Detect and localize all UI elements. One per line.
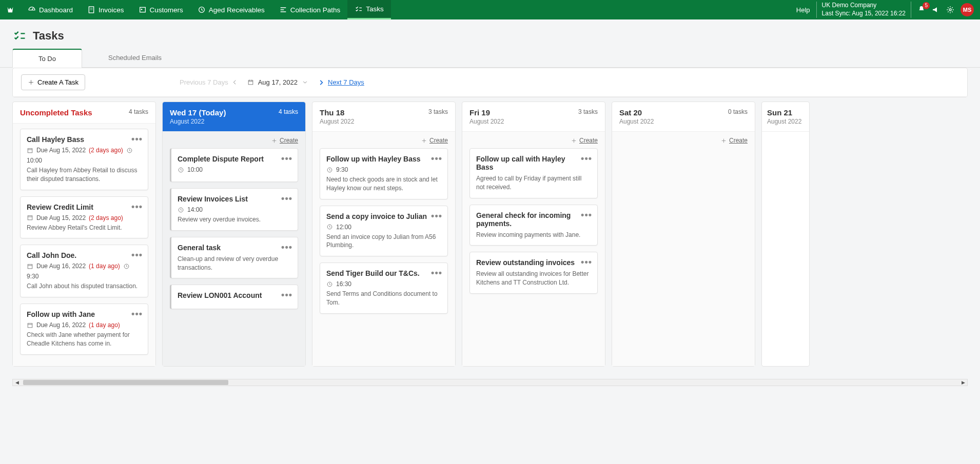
due-row: Due Aug 15, 2022 (2 days ago) <box>27 214 142 221</box>
svg-rect-6 <box>28 148 32 152</box>
card-menu-icon[interactable]: ••• <box>281 194 292 203</box>
task-card[interactable]: •••Review Credit LimitDue Aug 15, 2022 (… <box>20 196 148 239</box>
card-title: Review outstanding invoices <box>476 258 591 267</box>
due-row: 10:00 <box>178 166 291 173</box>
card-menu-icon[interactable]: ••• <box>131 250 143 259</box>
task-card[interactable]: •••General taskClean-up and review of ve… <box>170 237 298 279</box>
card-menu-icon[interactable]: ••• <box>281 243 292 252</box>
date-picker[interactable]: Aug 17, 2022 <box>247 78 308 86</box>
scroll-thumb[interactable] <box>23 380 228 385</box>
day-month: August 2022 <box>767 118 801 125</box>
task-card[interactable]: •••Call John Doe.Due Aug 16, 2022 (1 day… <box>20 245 148 297</box>
task-card[interactable]: •••Follow up call with Hayley BassAgreed… <box>469 148 598 198</box>
due-row: 16:30 <box>326 280 441 288</box>
task-card[interactable]: •••Follow up with Hayley Bass9:30Need to… <box>320 148 448 199</box>
task-card[interactable]: •••Review outstanding invoicesReview all… <box>469 252 598 294</box>
create-task-button[interactable]: Create A Task <box>21 74 85 90</box>
task-card[interactable]: •••Review Invoices List14:00Review very … <box>170 188 298 231</box>
card-desc: Call John about his disputed transaction… <box>27 282 142 291</box>
card-title: Follow up with Hayley Bass <box>326 155 441 163</box>
task-count: 3 tasks <box>578 108 598 115</box>
card-menu-icon[interactable]: ••• <box>281 154 292 163</box>
day-name: Uncompleted Tasks <box>20 108 92 117</box>
card-title: General check for incoming payments. <box>476 211 591 228</box>
calendar-icon <box>27 147 33 154</box>
task-card[interactable]: •••Send Tiger Build our T&Cs.16:30Send T… <box>320 263 448 314</box>
nav-customers[interactable]: Customers <box>131 0 190 19</box>
sparkle-icon <box>28 79 34 86</box>
gear-icon[interactable] <box>946 6 954 14</box>
nav-invoices[interactable]: Invoices <box>80 0 131 19</box>
due-row: Due Aug 15, 2022 (2 days ago)10:00 <box>27 147 142 164</box>
card-menu-icon[interactable]: ••• <box>581 210 592 219</box>
nav-aged[interactable]: Aged Receivables <box>190 0 272 19</box>
card-desc: Call Hayley from Abbey Retail to discuss… <box>27 166 142 184</box>
task-card[interactable]: •••Call Hayley BassDue Aug 15, 2022 (2 d… <box>20 129 148 190</box>
column-body: Create•••Complete Dispute Report10:00•••… <box>163 132 305 366</box>
scroll-left-arrow[interactable]: ◀ <box>13 379 21 386</box>
day-column: Thu 18August 20223 tasksCreate•••Follow … <box>312 102 456 367</box>
task-card[interactable]: •••Send a copy invoice to Julian12:00Sen… <box>320 206 448 257</box>
announce-icon[interactable] <box>932 6 940 14</box>
card-menu-icon[interactable]: ••• <box>431 154 442 163</box>
scroll-right-arrow[interactable]: ▶ <box>959 379 967 386</box>
dashboard-icon <box>28 6 36 14</box>
create-link[interactable]: Create <box>469 137 598 144</box>
nav-label: Customers <box>150 6 183 14</box>
clock-icon <box>198 6 206 14</box>
day-month: August 2022 <box>320 118 354 125</box>
create-link[interactable]: Create <box>320 137 448 144</box>
card-title: Send Tiger Build our T&Cs. <box>326 269 441 277</box>
nav-collection[interactable]: Collection Paths <box>272 0 348 19</box>
avatar[interactable]: MS <box>961 3 974 16</box>
card-desc: Review incoming payments with Jane. <box>476 231 591 239</box>
svg-rect-11 <box>28 323 32 327</box>
topnav: Dashboard Invoices Customers Aged Receiv… <box>0 0 980 19</box>
card-menu-icon[interactable]: ••• <box>581 154 592 163</box>
task-card[interactable]: •••Follow up with JaneDue Aug 16, 2022 (… <box>20 304 148 355</box>
tab-scheduled[interactable]: Scheduled Emails <box>82 48 188 67</box>
app-logo[interactable] <box>0 0 21 19</box>
card-menu-icon[interactable]: ••• <box>431 268 442 277</box>
nav-tasks[interactable]: Tasks <box>347 0 391 19</box>
due-row: Due Aug 16, 2022 (1 day ago) <box>27 321 142 329</box>
horizontal-scrollbar[interactable]: ◀ ▶ <box>12 379 968 386</box>
task-count: 4 tasks <box>279 108 298 115</box>
card-menu-icon[interactable]: ••• <box>431 211 442 220</box>
create-link[interactable]: Create <box>619 137 748 144</box>
card-desc: Check with Jane whether payment for Chea… <box>27 331 142 348</box>
task-card[interactable]: •••General check for incoming payments.R… <box>469 205 598 246</box>
task-card[interactable]: •••Review LON001 Account <box>170 285 298 309</box>
card-title: Complete Dispute Report <box>178 155 291 163</box>
company-block[interactable]: UK Demo Company Last Sync: Aug 15, 2022 … <box>816 2 911 17</box>
create-link[interactable]: Create <box>170 137 298 144</box>
nav-label: Invoices <box>99 6 124 14</box>
nav-dashboard[interactable]: Dashboard <box>21 0 80 19</box>
chevron-right-icon <box>318 79 325 86</box>
tabs: To Do Scheduled Emails <box>0 48 980 68</box>
svg-rect-8 <box>28 216 32 220</box>
card-desc: Send Terms and Conditions document to To… <box>326 290 441 307</box>
card-menu-icon[interactable]: ••• <box>281 290 292 299</box>
svg-rect-1 <box>140 7 145 12</box>
column-body: •••Call Hayley BassDue Aug 15, 2022 (2 d… <box>13 124 155 366</box>
help-link[interactable]: Help <box>796 6 810 14</box>
card-menu-icon[interactable]: ••• <box>131 309 143 318</box>
notifications-bell[interactable]: 5 <box>917 5 926 15</box>
day-month: August 2022 <box>619 118 654 125</box>
day-column: Sun 21August 2022 <box>761 102 810 367</box>
card-menu-icon[interactable]: ••• <box>131 202 143 211</box>
card-menu-icon[interactable]: ••• <box>131 134 143 144</box>
day-name: Wed 17 (Today) <box>170 108 226 117</box>
card-menu-icon[interactable]: ••• <box>581 257 592 267</box>
tab-todo[interactable]: To Do <box>12 49 82 68</box>
task-card[interactable]: •••Complete Dispute Report10:00 <box>170 148 298 182</box>
clock-icon <box>326 281 333 288</box>
nav-label: Tasks <box>366 5 384 13</box>
next-7-days[interactable]: Next 7 Days <box>318 78 364 86</box>
company-name: UK Demo Company <box>822 2 906 10</box>
due-row: 14:00 <box>178 206 291 213</box>
column-body: Create•••Follow up with Hayley Bass9:30N… <box>312 132 455 366</box>
card-title: Send a copy invoice to Julian <box>326 212 441 220</box>
day-name: Thu 18 <box>320 108 354 117</box>
